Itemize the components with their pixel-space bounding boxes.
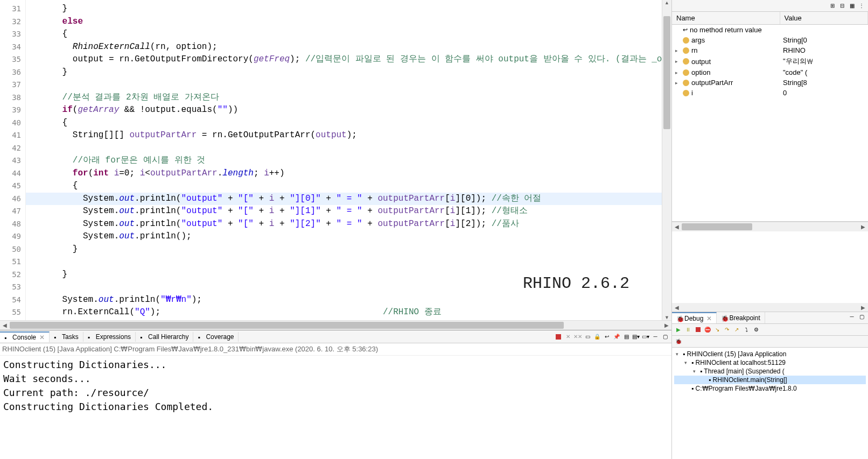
minimize-icon[interactable]: ─	[651, 333, 660, 341]
svg-rect-1	[696, 327, 701, 332]
editor-hscroll[interactable]: ◀ ▶	[0, 320, 671, 330]
layout-icon[interactable]: ▦	[848, 1, 856, 10]
debug-view-icon[interactable]: 🐞	[674, 337, 683, 345]
hscroll-left[interactable]: ◀	[0, 321, 10, 330]
suspend-icon[interactable]: ⏸	[684, 325, 692, 334]
code-line-41[interactable]: String[][] outputPartArr = rn.GetOutputP…	[26, 129, 662, 142]
code-line-38[interactable]: //분석 결과를 2차원 배열로 가져온다	[26, 91, 662, 104]
line-number: 31	[0, 3, 25, 16]
resume-icon[interactable]: ▶	[674, 325, 683, 334]
drop-frame-icon[interactable]: ⤵	[742, 325, 751, 334]
line-number: 55	[0, 306, 25, 319]
line-number: 32	[0, 16, 25, 29]
code-content[interactable]: } else { RhinoExternCall(rn, option); ou…	[26, 0, 662, 320]
line-number: 42	[0, 142, 25, 155]
console-line: Constructing Dictionaries Completed.	[3, 400, 668, 414]
editor-vscroll[interactable]: ▲ ▼	[662, 0, 671, 320]
step-over-icon[interactable]: ↷	[723, 325, 731, 334]
line-number: 36	[0, 66, 25, 79]
menu-icon[interactable]: ⋮	[857, 1, 866, 10]
debug-tree-node[interactable]: ▾▪ RHINOclient (15) [Java Application	[674, 350, 866, 358]
code-line-36[interactable]: }	[26, 66, 662, 79]
collapse-icon[interactable]: ⊟	[838, 1, 846, 10]
code-line-33[interactable]: {	[26, 28, 662, 41]
debug-tree-node[interactable]: ▪ C:₩Program Files₩Java₩jre1.8.0	[674, 384, 866, 393]
code-line-46[interactable]: System.out.println("output" + "[" + i + …	[26, 193, 662, 206]
code-line-47[interactable]: System.out.println("output" + "[" + i + …	[26, 205, 662, 218]
var-row-option[interactable]: ▸option"code" (	[672, 67, 868, 77]
console-tab-tasks[interactable]: ▪Tasks	[50, 332, 83, 342]
svg-rect-0	[556, 334, 561, 340]
var-row-rn[interactable]: ▸rnRHINO	[672, 45, 868, 55]
var-row-outputPartArr[interactable]: ▸outputPartArrString[8	[672, 77, 868, 88]
code-line-31[interactable]: }	[26, 3, 662, 16]
var-row-args[interactable]: argsString[0	[672, 35, 868, 45]
debug-tree-node[interactable]: ▪ RHINOclient.main(String[]	[674, 376, 866, 384]
console-tab-expressions[interactable]: ▪Expressions	[83, 332, 136, 342]
code-line-55[interactable]: rn.ExternCall("Q"); //RHINO 종료	[26, 306, 662, 319]
code-line-37[interactable]	[26, 79, 662, 91]
console-toolbar: ✕ ✕✕ ▭ 🔒 ↩ 📌 ▤ ▤▾ ▭▾ ─ ▢	[554, 333, 671, 341]
debug-tab-debug[interactable]: 🐞Debug✕	[672, 312, 717, 323]
console-tab-call-hierarchy[interactable]: ▪Call Hierarchy	[136, 332, 193, 342]
console-tab-console[interactable]: ▪Console✕	[0, 331, 50, 342]
console-header: RHINOclient (15) [Java Application] C:₩P…	[0, 343, 671, 356]
debug-tree-node[interactable]: ▾▪ RHINOclient at localhost:51129	[674, 358, 866, 367]
console-output[interactable]: Constructing Dictionaries...Wait seconds…	[0, 356, 671, 459]
debug-tree-node[interactable]: ▾▪ Thread [main] (Suspended (	[674, 367, 866, 376]
code-line-32[interactable]: else	[26, 16, 662, 29]
maximize-icon[interactable]: ▢	[661, 333, 669, 341]
hscroll-thumb[interactable]	[10, 322, 564, 329]
variables-view[interactable]: Name Value ↩no method return valueargsSt…	[672, 12, 868, 222]
version-overlay: RHINO 2.6.2	[523, 274, 629, 293]
vars-hscroll[interactable]: ◀ ▶	[672, 222, 868, 231]
code-line-39[interactable]: if(getArray && !output.equals(""))	[26, 104, 662, 117]
col-name[interactable]: Name	[672, 12, 780, 25]
minimize-icon[interactable]: ─	[848, 312, 856, 321]
code-line-48[interactable]: System.out.println("output" + "[" + i + …	[26, 218, 662, 231]
col-value[interactable]: Value	[780, 12, 868, 25]
wrap-icon[interactable]: ↩	[603, 333, 611, 341]
open-console-icon[interactable]: ▤▾	[632, 333, 640, 341]
hscroll-right[interactable]: ▶	[662, 321, 671, 330]
terminate-icon[interactable]	[694, 325, 702, 334]
close-icon[interactable]: ✕	[39, 334, 45, 341]
code-line-35[interactable]: output = rn.GetOutputFromDirectory(getFr…	[26, 53, 662, 66]
var-row-output[interactable]: ▸output"우리의₩	[672, 55, 868, 67]
remove-all-icon[interactable]: ✕✕	[573, 333, 582, 341]
code-line-51[interactable]	[26, 256, 662, 269]
remove-icon[interactable]: ✕	[564, 333, 572, 341]
var-row-no-method-return-value[interactable]: ↩no method return value	[672, 25, 868, 36]
debug-tab-breakpoint[interactable]: 🐞Breakpoint	[717, 312, 765, 323]
code-line-45[interactable]: {	[26, 180, 662, 193]
vscroll-thumb[interactable]	[663, 16, 670, 129]
code-line-43[interactable]: //아래 for문은 예시를 위한 것	[26, 154, 662, 167]
code-line-34[interactable]: RhinoExternCall(rn, option);	[26, 41, 662, 54]
code-line-40[interactable]: {	[26, 117, 662, 130]
use-step-filters-icon[interactable]: ⚙	[752, 325, 760, 334]
clear-icon[interactable]: ▭	[583, 333, 592, 341]
step-into-icon[interactable]: ↘	[713, 325, 722, 334]
code-line-54[interactable]: System.out.println("₩r₩n");	[26, 294, 662, 307]
code-line-49[interactable]: System.out.println();	[26, 230, 662, 243]
maximize-icon[interactable]: ▢	[857, 312, 866, 321]
disconnect-icon[interactable]: ⛔	[703, 325, 712, 334]
detail-hscroll[interactable]: ◀▶	[672, 303, 868, 312]
terminate-icon[interactable]	[554, 333, 563, 341]
pin-icon[interactable]: 📌	[612, 333, 621, 341]
scroll-lock-icon[interactable]: 🔒	[593, 333, 601, 341]
console-tab-coverage[interactable]: ▪Coverage	[193, 332, 239, 342]
editor-area: 3132333435363738394041424344454647484950…	[0, 0, 671, 320]
code-line-50[interactable]: }	[26, 243, 662, 256]
new-console-icon[interactable]: ▭▾	[641, 333, 650, 341]
debug-tree[interactable]: ▾▪ RHINOclient (15) [Java Application▾▪ …	[672, 348, 868, 459]
step-return-icon[interactable]: ↗	[732, 325, 741, 334]
debug-toolbar: ▶ ⏸ ⛔ ↘ ↷ ↗ ⤵ ⚙	[672, 324, 868, 336]
var-row-i[interactable]: i0	[672, 88, 868, 98]
code-line-44[interactable]: for(int i=0; i<outputPartArr.length; i++…	[26, 167, 662, 180]
code-line-42[interactable]	[26, 142, 662, 155]
line-number: 43	[0, 154, 25, 167]
display-icon[interactable]: ▤	[622, 333, 631, 341]
console-tabs: ▪Console✕▪Tasks▪Expressions▪Call Hierarc…	[0, 330, 671, 343]
show-type-icon[interactable]: ⊞	[828, 1, 837, 10]
